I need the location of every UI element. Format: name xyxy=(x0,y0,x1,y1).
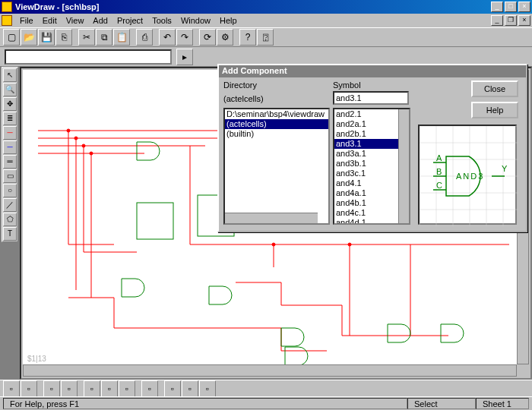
maximize-button[interactable]: □ xyxy=(505,2,517,12)
directory-label: Directory xyxy=(223,80,257,90)
mdi-icon[interactable] xyxy=(2,15,12,26)
dir-item[interactable]: D:\seminar\bsp4\viewdraw xyxy=(225,109,328,119)
rect-button[interactable]: ▭ xyxy=(3,169,17,183)
pin-c: C xyxy=(436,181,442,190)
menu-tools[interactable]: Tools xyxy=(147,14,176,27)
menu-window[interactable]: Window xyxy=(176,14,215,27)
b11-button[interactable]: ▫ xyxy=(199,380,216,397)
pointer-button[interactable]: ↖ xyxy=(3,68,17,82)
main-toolbar: ▢📂💾⎘✂⧉📋⎙↶↷⟳⚙?⍰ xyxy=(0,27,532,47)
text-button[interactable]: T xyxy=(3,227,17,241)
help-button[interactable]: ? xyxy=(239,29,256,46)
b10-button[interactable]: ▫ xyxy=(182,380,198,397)
dir-item[interactable]: (builtin) xyxy=(225,129,328,139)
line-button[interactable]: ／ xyxy=(3,198,17,212)
symbol-input[interactable] xyxy=(333,91,409,105)
saveall-button[interactable]: ⎘ xyxy=(55,29,72,46)
status-mode: Select xyxy=(407,398,476,409)
mdi-close-button[interactable]: × xyxy=(518,15,530,26)
menu-file[interactable]: File xyxy=(15,14,38,27)
save-button[interactable]: 💾 xyxy=(38,29,55,46)
pin-b: B xyxy=(436,167,442,176)
layer-button[interactable]: ≣ xyxy=(3,112,17,125)
symbol-preview: A B C Y AND3 xyxy=(418,125,517,225)
menu-add[interactable]: Add xyxy=(88,14,112,27)
svg-point-3 xyxy=(90,152,93,155)
b5-button[interactable]: ▫ xyxy=(84,380,100,397)
status-help: For Help, press F1 xyxy=(3,398,407,409)
b3-button[interactable]: ▫ xyxy=(43,380,60,397)
svg-point-1 xyxy=(74,137,78,140)
bottom-toolbar: ▫▫▫▫▫▫▫▫▫▫▫ xyxy=(0,380,532,396)
b4-button[interactable]: ▫ xyxy=(61,380,78,397)
context-help-button[interactable]: ⍰ xyxy=(257,29,274,46)
svg-rect-6 xyxy=(137,203,173,239)
zoom-button[interactable]: 🔍 xyxy=(3,83,17,96)
directory-value: (actelcells) xyxy=(223,94,264,103)
cut-button[interactable]: ✂ xyxy=(78,29,95,46)
minimize-button[interactable]: _ xyxy=(491,2,503,12)
dir-list-hscroll[interactable] xyxy=(225,213,318,223)
menu-view[interactable]: View xyxy=(62,14,89,27)
status-sheet: Sheet 1 xyxy=(476,398,529,409)
b8-button[interactable]: ▫ xyxy=(141,380,158,397)
paste-button[interactable]: 📋 xyxy=(113,29,130,46)
bus-button[interactable]: ═ xyxy=(3,155,17,169)
menu-project[interactable]: Project xyxy=(112,14,147,27)
svg-point-2 xyxy=(82,144,85,147)
pin-y: Y xyxy=(502,164,508,173)
svg-point-4 xyxy=(272,243,275,246)
status-bar: For Help, press F1 Select Sheet 1 xyxy=(0,396,532,410)
poly-button[interactable]: ⬠ xyxy=(3,213,17,226)
circle-button[interactable]: ○ xyxy=(3,184,17,197)
window-title: ViewDraw - [sch\bsp] xyxy=(15,2,491,11)
b2-button[interactable]: ▫ xyxy=(21,380,37,397)
pan-button[interactable]: ✥ xyxy=(3,97,17,111)
mdi-restore-button[interactable]: ❐ xyxy=(505,15,517,26)
svg-point-5 xyxy=(348,243,351,246)
title-bar: ViewDraw - [sch\bsp] _ □ × xyxy=(0,0,532,14)
wire-blue-button[interactable]: ─ xyxy=(3,140,17,154)
refresh-button[interactable]: ⟳ xyxy=(199,29,216,46)
open-button[interactable]: 📂 xyxy=(21,29,37,46)
directory-list[interactable]: D:\seminar\bsp4\viewdraw(actelcells)(bui… xyxy=(223,108,330,225)
help-button[interactable]: Help xyxy=(471,102,518,118)
pin-a: A xyxy=(436,153,442,162)
b7-button[interactable]: ▫ xyxy=(119,380,135,397)
menu-help[interactable]: Help xyxy=(215,14,242,27)
new-button[interactable]: ▢ xyxy=(3,29,20,46)
menu-bar: File Edit View Add Project Tools Window … xyxy=(0,14,532,27)
dir-item[interactable]: (actelcells) xyxy=(225,119,328,129)
add-component-dialog: Add Component Directory (actelcells) Sym… xyxy=(217,64,527,232)
b1-button[interactable]: ▫ xyxy=(3,380,20,397)
undo-button[interactable]: ↶ xyxy=(159,29,176,46)
symbol-list[interactable]: and2.1and2a.1and2b.1and3.1and3a.1and3b.1… xyxy=(333,108,410,225)
horizontal-scrollbar[interactable] xyxy=(23,364,517,377)
svg-point-0 xyxy=(67,129,70,132)
preview-name: AND3 xyxy=(456,172,484,181)
close-button[interactable]: Close xyxy=(471,80,518,97)
settings-button[interactable]: ⚙ xyxy=(217,29,233,46)
menu-edit[interactable]: Edit xyxy=(38,14,62,27)
combo-go-button[interactable]: ▸ xyxy=(176,49,193,65)
app-icon xyxy=(2,2,12,12)
copy-button[interactable]: ⧉ xyxy=(96,29,112,46)
component-combo[interactable] xyxy=(5,49,172,65)
coordinate-readout: $1|13 xyxy=(27,355,46,363)
close-button[interactable]: × xyxy=(518,2,530,12)
b9-button[interactable]: ▫ xyxy=(164,380,181,397)
print-button[interactable]: ⎙ xyxy=(136,29,153,46)
redo-button[interactable]: ↷ xyxy=(176,29,193,46)
wire-red-button[interactable]: ─ xyxy=(3,126,17,140)
left-toolbar: ↖🔍✥≣──═▭○／⬠T xyxy=(2,67,18,242)
b6-button[interactable]: ▫ xyxy=(101,380,118,397)
sym-list-vscroll[interactable] xyxy=(398,109,409,223)
dialog-title: Add Component xyxy=(219,65,526,77)
symbol-label: Symbol xyxy=(333,80,361,90)
mdi-minimize-button[interactable]: _ xyxy=(491,15,503,26)
